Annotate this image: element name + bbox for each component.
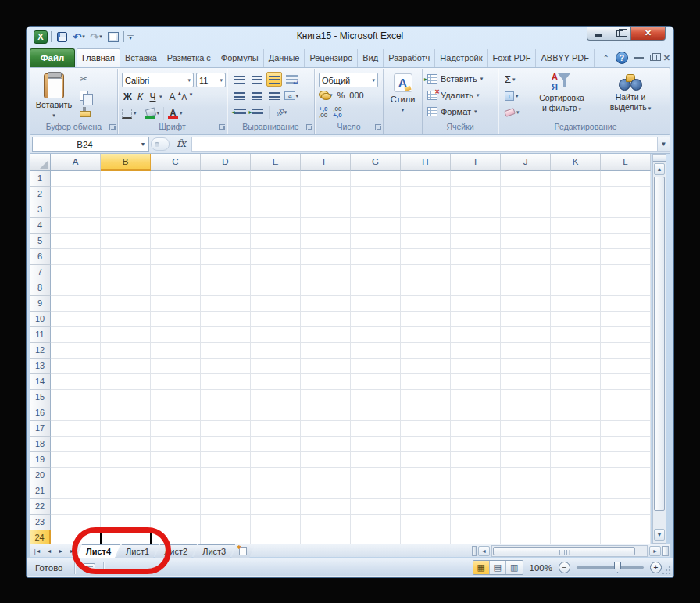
align-left-button[interactable] <box>232 88 248 103</box>
fill-button[interactable]: ↓▾ <box>505 89 520 102</box>
row-header[interactable]: 20 <box>30 468 51 483</box>
percent-style-button[interactable]: % <box>338 91 345 100</box>
clear-button[interactable]: ▾ <box>505 105 520 119</box>
page-layout-view-button[interactable]: ▤ <box>490 561 506 574</box>
comma-style-button[interactable]: 000 <box>349 91 363 100</box>
grow-font-button[interactable]: А▴ <box>170 91 181 102</box>
first-sheet-button[interactable]: |◄ <box>32 546 43 556</box>
find-select-button[interactable]: Найти и выделить ▾ <box>600 72 661 113</box>
underline-button[interactable]: Ч <box>147 91 159 102</box>
row-header[interactable]: 18 <box>30 437 51 452</box>
row-header[interactable]: 10 <box>30 312 51 327</box>
row-header[interactable]: 5 <box>30 234 51 249</box>
cut-button[interactable]: ✂ <box>77 72 95 86</box>
expand-formula-bar-button[interactable]: ▼ <box>657 137 670 152</box>
help-icon[interactable]: ? <box>616 52 628 64</box>
row-header[interactable]: 19 <box>30 452 51 468</box>
decrease-indent-button[interactable] <box>232 105 248 120</box>
ribbon-tab[interactable]: Рецензиро <box>305 49 358 67</box>
ribbon-tab[interactable]: ABBYY PDF <box>536 49 595 67</box>
align-center-button[interactable] <box>249 88 265 103</box>
zoom-in-button[interactable]: + <box>650 562 662 573</box>
decrease-decimal-button[interactable]: ,00+,0 <box>333 106 341 119</box>
zoom-slider[interactable] <box>577 566 644 569</box>
chevron-down-icon[interactable]: ▾ <box>159 94 162 100</box>
workbook-minimize-icon[interactable] <box>634 57 644 59</box>
delete-cells-button[interactable]: Удалить▾ <box>427 88 483 102</box>
column-header[interactable]: J <box>501 154 551 171</box>
dialog-launcher-icon[interactable] <box>375 124 381 130</box>
column-header[interactable]: A <box>51 154 101 171</box>
row-header[interactable]: 11 <box>30 327 51 343</box>
row-header[interactable]: 4 <box>30 218 51 234</box>
sheet-tab-list3[interactable]: Лист3 <box>193 544 235 558</box>
row-header[interactable]: 13 <box>30 359 51 374</box>
align-top-button[interactable] <box>232 72 248 87</box>
zoom-out-button[interactable]: − <box>559 562 570 573</box>
scroll-right-button[interactable]: ► <box>649 546 661 556</box>
styles-button[interactable]: А Стили ▾ <box>387 70 419 132</box>
column-header[interactable]: H <box>401 154 451 171</box>
vertical-scroll-thumb[interactable] <box>654 177 665 511</box>
close-button[interactable]: ✕ <box>631 27 666 41</box>
copy-button[interactable]: ▾ <box>77 88 95 102</box>
column-header[interactable]: I <box>451 154 501 171</box>
chevron-down-icon[interactable]: ▼ <box>137 137 148 151</box>
select-all-corner[interactable] <box>30 154 51 171</box>
number-format-select[interactable]: Общий▾ <box>319 73 378 87</box>
column-header[interactable]: L <box>601 154 651 171</box>
fill-color-button[interactable] <box>145 109 155 119</box>
font-color-button[interactable]: А <box>168 109 178 119</box>
ribbon-tab[interactable]: Разработч <box>384 49 435 67</box>
insert-function-button[interactable]: fx <box>171 137 191 152</box>
sort-filter-button[interactable]: А Я Сортировка и фильтр ▾ <box>531 72 592 114</box>
row-header[interactable]: 1 <box>30 171 51 187</box>
minimize-button[interactable] <box>587 27 609 41</box>
page-break-view-button[interactable]: ▥ <box>506 561 523 574</box>
dialog-launcher-icon[interactable] <box>109 124 116 130</box>
shrink-font-button[interactable]: А▾ <box>182 93 193 102</box>
split-handle[interactable] <box>653 155 666 162</box>
ribbon-tab[interactable]: Foxit PDF <box>488 49 537 67</box>
row-header[interactable]: 21 <box>30 483 51 499</box>
horizontal-scrollbar[interactable] <box>491 545 648 557</box>
sheet-tab-list1[interactable]: Лист1 <box>116 544 159 558</box>
column-header[interactable]: E <box>251 154 301 171</box>
row-header[interactable]: 23 <box>30 515 51 530</box>
tab-file[interactable]: Файл <box>30 48 75 67</box>
minimize-ribbon-icon[interactable]: ⌃ <box>602 54 609 62</box>
insert-cells-button[interactable]: Вставить▾ <box>427 72 483 86</box>
workbook-restore-icon[interactable] <box>650 55 657 61</box>
formula-input[interactable] <box>191 137 657 152</box>
vertical-scrollbar[interactable]: ▲ ▼ <box>652 154 666 544</box>
dialog-launcher-icon[interactable] <box>306 124 312 130</box>
column-header[interactable]: B <box>101 154 151 171</box>
restore-button[interactable] <box>609 27 631 41</box>
column-header[interactable]: K <box>551 154 601 171</box>
scroll-down-button[interactable]: ▼ <box>654 529 665 541</box>
format-painter-button[interactable] <box>77 105 95 119</box>
ribbon-tab[interactable]: Главная <box>77 48 120 67</box>
ribbon-tab[interactable]: Разметка с <box>162 49 216 67</box>
name-box[interactable]: B24 ▼ <box>32 137 149 152</box>
row-header[interactable]: 2 <box>30 187 51 202</box>
sheet-tab-list4[interactable]: Лист4 <box>77 544 120 558</box>
italic-button[interactable]: К <box>134 91 146 102</box>
ribbon-tab[interactable]: Вид <box>358 49 384 67</box>
macro-record-icon[interactable] <box>83 563 95 572</box>
sheet-tab-list2[interactable]: Лист2 <box>155 544 197 558</box>
scroll-up-button[interactable]: ▲ <box>654 163 665 175</box>
increase-indent-button[interactable] <box>249 105 265 120</box>
autosum-button[interactable]: Σ▾ <box>505 73 520 86</box>
borders-button[interactable] <box>122 109 132 119</box>
scroll-left-button[interactable]: ◄ <box>478 546 490 556</box>
align-right-button[interactable] <box>266 88 282 103</box>
cells-area[interactable] <box>51 171 651 544</box>
worksheet-grid[interactable]: ABCDEFGHIJKL 123456789101112131415161718… <box>30 154 651 544</box>
dialog-launcher-icon[interactable] <box>219 124 225 130</box>
insert-sheet-button[interactable] <box>231 544 255 558</box>
chevron-down-icon[interactable]: ▾ <box>134 110 137 116</box>
row-header[interactable]: 9 <box>30 296 51 312</box>
accounting-format-button[interactable]: ▾ <box>319 91 333 100</box>
ribbon-tab[interactable]: Данные <box>264 49 305 67</box>
